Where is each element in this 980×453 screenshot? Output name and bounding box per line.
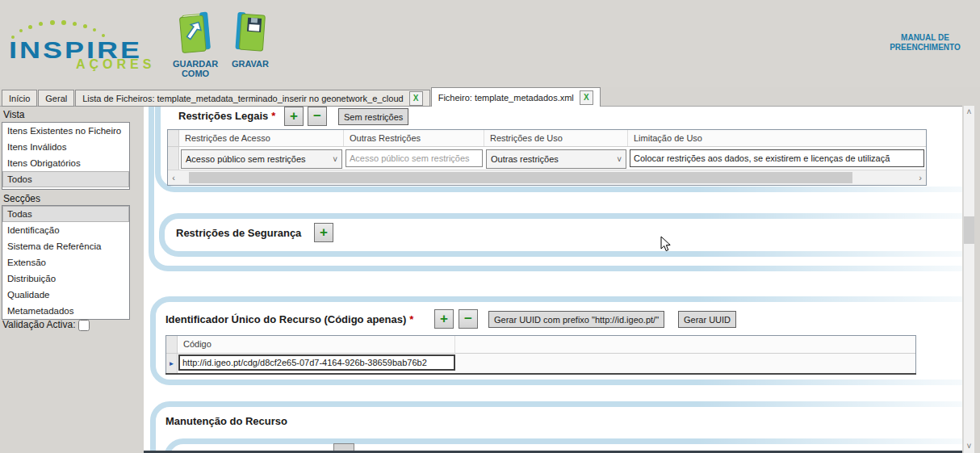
seccoes-label: Secções — [3, 193, 40, 204]
row-selector-header — [168, 130, 179, 146]
seccao-item-todas[interactable]: Todas — [2, 206, 129, 222]
col-restricoes-uso: Restrições de Uso — [484, 130, 628, 146]
logo-dot — [83, 24, 87, 28]
seccao-item-identificacao[interactable]: Identificação — [2, 222, 129, 238]
dropdown-value: Outras restrições — [491, 154, 559, 164]
remove-identifier-button[interactable]: − — [459, 309, 478, 329]
close-tab-icon[interactable]: X — [580, 90, 593, 105]
chevron-down-icon: ˅ — [617, 155, 622, 164]
table-header-row: Restrições de Acesso Outras Restrições R… — [168, 130, 926, 147]
heading-text: Restrições Legais — [178, 110, 268, 122]
gerar-uuid-button[interactable]: Gerar UUID — [678, 311, 736, 328]
application-window: INSPIRE AÇORES GUARDAR COMO — [0, 0, 980, 453]
current-row-marker[interactable]: ► — [166, 354, 178, 373]
tab-ficheiro-metadados[interactable]: Ficheiro: template_metadados.xml X — [431, 87, 601, 107]
col-limitacao-uso: Limitação de Uso — [628, 130, 926, 146]
logo-dot — [73, 22, 77, 26]
identificador-heading: Identificador Único do Recurso (Código a… — [165, 313, 413, 325]
required-asterisk: * — [409, 313, 413, 325]
save-label: GRAVAR — [225, 59, 275, 69]
validation-checkbox[interactable] — [78, 320, 90, 331]
tab-inicio[interactable]: Início — [2, 90, 37, 107]
validation-label: Validação Activa: — [2, 319, 76, 330]
table-bottom-border — [165, 373, 916, 375]
codigo-cell[interactable]: http://id.igeo.pt/cdg/d8cf2e65-07d7-4164… — [178, 354, 455, 371]
seccao-item-qualidade[interactable]: Qualidade — [2, 287, 129, 303]
logo-dot — [93, 28, 96, 31]
restricoes-legais-table: Restrições de Acesso Outras Restrições R… — [167, 129, 927, 186]
vista-item-itens-invalidos[interactable]: Itens Inválidos — [2, 139, 129, 155]
manual-link[interactable]: MANUAL DE PREENCHIMENTO — [877, 33, 974, 52]
add-legal-restriction-button[interactable]: + — [284, 107, 304, 126]
tab-label: Ficheiro: template_metadados.xml — [438, 93, 574, 103]
app-logo: INSPIRE AÇORES — [0, 0, 174, 81]
seccao-item-extensao[interactable]: Extensão — [2, 254, 129, 271]
tab-label: Geral — [45, 94, 67, 103]
tab-geral[interactable]: Geral — [38, 90, 74, 107]
col-empty — [455, 336, 915, 353]
horizontal-scrollbar-thumb[interactable] — [189, 172, 852, 183]
row-marker-icon: ► — [169, 360, 175, 367]
col-outras-restricoes: Outras Restrições — [344, 130, 484, 146]
identificador-table: Código ► http://id.igeo.pt/cdg/d8cf2e65-… — [165, 335, 916, 374]
vista-item-itens-existentes[interactable]: Itens Existentes no Ficheiro — [2, 123, 129, 139]
remove-legal-restriction-button[interactable]: − — [308, 107, 327, 126]
save-as-button[interactable]: GUARDAR COMO — [170, 10, 220, 78]
logo-dot — [28, 25, 32, 29]
outras-restricoes-input[interactable] — [346, 149, 483, 167]
form-page: Restrições Legais* + − Sem restrições Re… — [144, 107, 962, 453]
vista-item-itens-obrigatorios[interactable]: Itens Obrigatórios — [2, 155, 129, 171]
tab-label: Lista de Ficheiros: template_metadata_te… — [82, 94, 403, 103]
vertical-scrollbar[interactable]: ˄ ˅ — [963, 106, 974, 453]
scroll-up-icon[interactable]: ˄ — [964, 106, 974, 119]
seccao-item-sistema-referencia[interactable]: Sistema de Referência — [2, 238, 129, 254]
gerar-uuid-prefixo-button[interactable]: Gerar UUID com prefixo "http://id.igeo.p… — [488, 311, 664, 328]
col-restricoes-acesso: Restrições de Acesso — [179, 130, 344, 146]
restricoes-legais-heading: Restrições Legais* — [178, 110, 275, 122]
sem-restricoes-button[interactable]: Sem restrições — [338, 108, 408, 125]
tab-label: Início — [9, 94, 30, 103]
vista-label: Vista — [3, 109, 24, 120]
scroll-left-icon[interactable]: ‹ — [168, 173, 179, 182]
limitacao-uso-input[interactable] — [630, 149, 924, 167]
logo-dot — [19, 29, 23, 32]
close-tab-icon[interactable]: X — [409, 91, 423, 106]
restricoes-seguranca-heading: Restrições de Segurança — [176, 227, 301, 239]
tab-bar: Início Geral Lista de Ficheiros: templat… — [2, 87, 601, 107]
scroll-down-icon[interactable]: ˅ — [964, 440, 974, 453]
logo-text-acores: AÇORES — [76, 57, 155, 72]
dropdown-value: Acesso público sem restrições — [186, 154, 306, 164]
scroll-right-icon[interactable]: › — [915, 173, 926, 182]
row-selector-cell[interactable] — [168, 147, 179, 170]
logo-dot — [61, 20, 66, 25]
table-row: ► http://id.igeo.pt/cdg/d8cf2e65-07d7-41… — [166, 354, 915, 373]
seccao-item-distribuicao[interactable]: Distribuição — [2, 271, 129, 287]
col-codigo: Código — [178, 336, 455, 353]
chevron-down-icon: ˅ — [333, 155, 337, 164]
save-as-label: GUARDAR COMO — [170, 59, 220, 78]
save-book-floppy-icon — [232, 42, 269, 56]
logo-dot — [50, 20, 55, 25]
table-header-row: Código — [166, 336, 915, 354]
header-banner: INSPIRE AÇORES GUARDAR COMO — [0, 0, 980, 87]
manutencao-heading: Manutenção do Recurso — [165, 415, 287, 427]
add-security-restriction-button[interactable]: + — [314, 223, 333, 242]
vista-item-todos[interactable]: Todos — [2, 171, 129, 187]
heading-text: Identificador Único do Recurso (Código a… — [165, 313, 406, 325]
save-button[interactable]: GRAVAR — [225, 10, 275, 69]
vista-listbox: Itens Existentes no Ficheiro Itens Invál… — [2, 122, 130, 190]
restricoes-acesso-dropdown[interactable]: Acesso público sem restrições ˅ — [181, 149, 342, 169]
add-identifier-button[interactable]: + — [434, 309, 454, 329]
required-asterisk: * — [271, 110, 275, 122]
empty-cell — [455, 354, 915, 373]
tab-lista-de-ficheiros[interactable]: Lista de Ficheiros: template_metadata_te… — [75, 90, 429, 107]
restricoes-uso-dropdown[interactable]: Outras restrições ˅ — [486, 149, 626, 169]
table-row: Acesso público sem restrições ˅ Outras r… — [168, 147, 926, 170]
save-as-book-arrow-icon — [177, 42, 214, 56]
row-selector-header — [166, 336, 178, 353]
seccoes-listbox: Todas Identificação Sistema de Referênci… — [2, 205, 130, 320]
horizontal-scrollbar[interactable]: ‹ › — [168, 170, 926, 185]
vertical-scrollbar-thumb[interactable] — [964, 216, 974, 244]
seccao-item-metametadados[interactable]: Metametadados — [2, 303, 129, 319]
logo-dot — [39, 22, 43, 26]
